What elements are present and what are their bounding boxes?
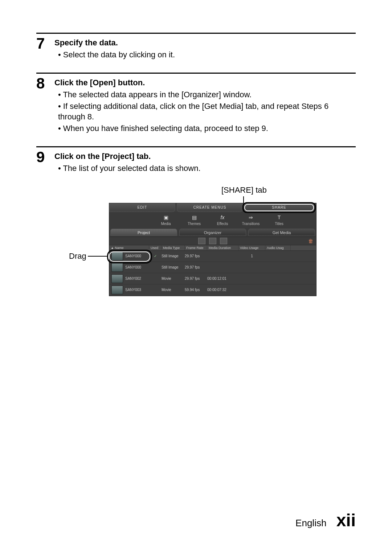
step-title: Click the [Open] button. bbox=[54, 78, 356, 87]
step-8: 8 Click the [Open] button. The selected … bbox=[36, 73, 356, 135]
tool-effects[interactable]: fx Effects bbox=[212, 214, 233, 226]
step-item: The list of your selected data is shown. bbox=[58, 163, 356, 174]
footer-language: English bbox=[295, 518, 326, 528]
drag-label: Drag bbox=[69, 252, 86, 261]
tab-share[interactable]: SHARE bbox=[244, 203, 314, 212]
tool-titles[interactable]: T Titles bbox=[268, 214, 290, 226]
transitions-icon: ⇒ bbox=[247, 214, 255, 221]
page-footer: English xii bbox=[295, 510, 356, 530]
step-number: 8 bbox=[36, 76, 54, 91]
step-title: Specify the data. bbox=[54, 38, 356, 48]
table-header: ▲ Name Used Media Type Frame Rate Media … bbox=[109, 245, 316, 251]
filter-icon-2[interactable] bbox=[209, 238, 216, 244]
step-number: 7 bbox=[36, 36, 54, 51]
col-frame-rate[interactable]: Frame Rate bbox=[185, 245, 207, 250]
step-9: 9 Click on the [Project] tab. The list o… bbox=[36, 146, 356, 306]
share-tab-label: [SHARE] tab bbox=[221, 185, 267, 195]
tool-media[interactable]: ▣ Media bbox=[155, 214, 177, 226]
tab-create-menus[interactable]: CREATE MENUS bbox=[177, 203, 243, 212]
tool-transitions[interactable]: ⇒ Transitions bbox=[240, 214, 262, 226]
col-media-duration[interactable]: Media Duration bbox=[207, 245, 238, 250]
trash-icon[interactable]: 🗑 bbox=[308, 238, 313, 244]
figure: [SHARE] tab Drag EDIT CREATE MENUS SHARE bbox=[69, 186, 356, 306]
footer-page-number: xii bbox=[336, 511, 356, 530]
thumbnail bbox=[111, 274, 123, 283]
col-audio-usage[interactable]: Audio Usag bbox=[265, 245, 291, 250]
step-title: Click on the [Project] tab. bbox=[54, 152, 356, 161]
filter-icon-3[interactable] bbox=[220, 238, 227, 244]
thumbnail bbox=[111, 252, 123, 261]
step-item: When you have finished selecting data, p… bbox=[58, 123, 356, 134]
tab-edit[interactable]: EDIT bbox=[109, 203, 175, 212]
step-item: Select the data by clicking on it. bbox=[58, 50, 356, 60]
col-media-type[interactable]: Media Type bbox=[162, 245, 185, 250]
col-used[interactable]: Used bbox=[149, 245, 162, 250]
tab-project[interactable]: Project bbox=[110, 229, 177, 236]
thumbnail bbox=[111, 263, 123, 272]
media-icon: ▣ bbox=[162, 214, 170, 221]
filter-icon-1[interactable] bbox=[198, 238, 205, 244]
table-row[interactable]: SANY000 ✓ Still Image 29.97 fps 1 bbox=[109, 251, 316, 262]
step-item: If selecting additional data, click on t… bbox=[58, 101, 356, 122]
table-row[interactable]: SANY002 Movie 29.97 fps 00:00:12:01 bbox=[109, 273, 316, 285]
table-row[interactable]: SANY003 Movie 59.94 fps 00:00:07:32 bbox=[109, 285, 316, 296]
effects-icon: fx bbox=[219, 214, 226, 221]
tab-share-label: SHARE bbox=[272, 205, 286, 209]
tool-themes[interactable]: ▤ Themes bbox=[183, 214, 205, 226]
step-7: 7 Specify the data. Select the data by c… bbox=[36, 33, 356, 62]
step-item: The selected data appears in the [Organi… bbox=[58, 90, 356, 100]
step-number: 9 bbox=[36, 150, 54, 165]
themes-icon: ▤ bbox=[190, 214, 198, 221]
table-row[interactable]: SANY000 Still Image 29.97 fps bbox=[109, 262, 316, 273]
tab-get-media[interactable]: Get Media bbox=[248, 229, 315, 236]
app-panel: EDIT CREATE MENUS SHARE ▣ Media ▤ bbox=[109, 203, 317, 296]
titles-icon: T bbox=[275, 214, 283, 221]
col-name[interactable]: ▲ Name bbox=[109, 245, 149, 250]
thumbnail bbox=[111, 286, 123, 294]
col-video-usage[interactable]: Video Usage bbox=[238, 245, 265, 250]
tab-organizer[interactable]: Organizer bbox=[179, 229, 246, 236]
